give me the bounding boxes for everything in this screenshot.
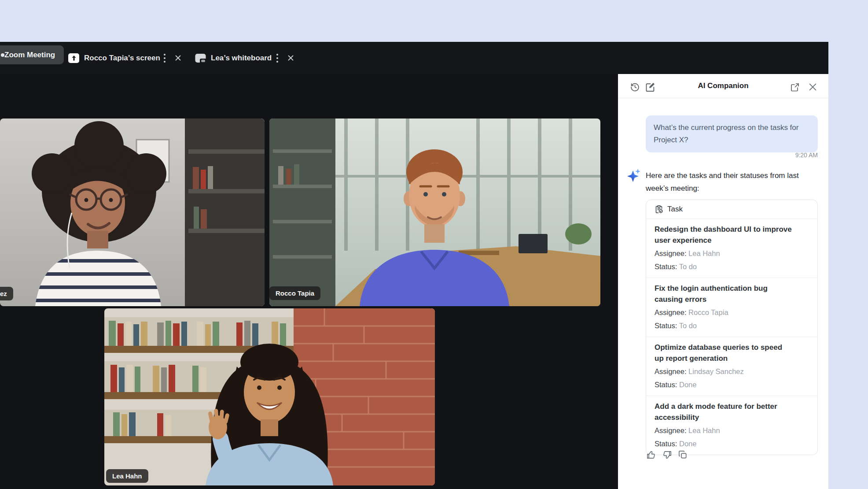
task-clipboard-icon <box>655 205 663 214</box>
copy-icon[interactable] <box>678 450 688 460</box>
video-feed-illustration <box>269 119 600 306</box>
close-icon[interactable] <box>173 54 183 62</box>
task-title: Fix the login authentication bug causing… <box>655 283 792 305</box>
task-status: Status: Done <box>655 379 809 390</box>
tab-rocco-screen-menu <box>161 42 183 74</box>
user-message-bubble: What’s the current progress on the tasks… <box>646 115 818 152</box>
task-assignee: Assignee: Lea Hahn <box>655 425 809 436</box>
task-assignee: Assignee: Lindsay Sanchez <box>655 366 809 377</box>
video-feed-illustration <box>104 308 435 485</box>
thumbs-down-icon[interactable] <box>662 450 672 460</box>
tab-lea-whiteboard-menu <box>274 42 296 74</box>
tab-zoom-meeting[interactable]: Zoom Meeting <box>0 45 64 64</box>
close-icon[interactable] <box>808 82 817 92</box>
new-chat-icon[interactable] <box>644 81 656 93</box>
whiteboard-icon <box>195 53 206 63</box>
task-row: Fix the login authentication bug causing… <box>646 278 817 337</box>
participant-name-tag: Lea Hahn <box>106 469 148 483</box>
user-message-text: What’s the current progress on the tasks… <box>654 122 800 146</box>
feedback-bar <box>646 450 688 460</box>
tab-label: Lea’s whiteboard <box>211 54 272 63</box>
task-row: Optimize database queries to speed up re… <box>646 337 817 396</box>
task-row: Add a dark mode feature for better acces… <box>646 396 817 455</box>
tab-lea-whiteboard[interactable]: Lea’s whiteboard <box>195 42 272 74</box>
task-card-header: Task <box>646 200 817 219</box>
thumbs-up-icon[interactable] <box>646 450 656 460</box>
task-status: Status: To do <box>655 320 809 331</box>
meeting-tab-icon <box>1 53 4 57</box>
task-title: Add a dark mode feature for better acces… <box>655 401 792 423</box>
task-card-header-label: Task <box>667 205 683 214</box>
video-feed-illustration <box>0 119 265 306</box>
share-screen-icon <box>68 53 79 63</box>
close-icon[interactable] <box>286 54 296 62</box>
task-status: Status: Done <box>655 438 809 449</box>
participant-name-tag: Rocco Tapia <box>269 286 320 300</box>
video-tile-lea-hahn[interactable]: Lea Hahn <box>104 308 435 485</box>
ai-response-text: Here are the tasks and their statuses fr… <box>646 169 799 195</box>
history-icon[interactable] <box>629 82 640 93</box>
zoom-app-window: Zoom Meeting Rocco Tapia’s screen Lea’ <box>0 0 868 489</box>
task-card: Task Redesign the dashboard UI to improv… <box>646 200 818 455</box>
task-title: Redesign the dashboard UI to improve use… <box>655 224 792 246</box>
kebab-menu-icon[interactable] <box>161 52 168 64</box>
tab-bar: Zoom Meeting Rocco Tapia’s screen Lea’ <box>0 42 828 74</box>
task-row: Redesign the dashboard UI to improve use… <box>646 219 817 278</box>
task-title: Optimize database queries to speed up re… <box>655 342 792 364</box>
video-tile-rocco-tapia[interactable]: Rocco Tapia <box>269 119 600 306</box>
tab-label: Rocco Tapia’s screen <box>84 54 160 63</box>
video-tile-lindsay-sanchez[interactable]: ez <box>0 119 265 306</box>
message-timestamp: 9:20 AM <box>618 152 818 159</box>
ai-companion-sparkle-icon <box>626 167 643 186</box>
tab-label: Zoom Meeting <box>4 51 55 59</box>
pop-out-icon[interactable] <box>790 82 800 93</box>
task-status: Status: To do <box>655 261 809 272</box>
task-assignee: Assignee: Rocco Tapia <box>655 307 809 318</box>
task-assignee: Assignee: Lea Hahn <box>655 248 809 259</box>
tab-rocco-screen[interactable]: Rocco Tapia’s screen <box>68 42 160 74</box>
kebab-menu-icon[interactable] <box>274 52 281 64</box>
participant-name-tag: ez <box>0 287 13 300</box>
